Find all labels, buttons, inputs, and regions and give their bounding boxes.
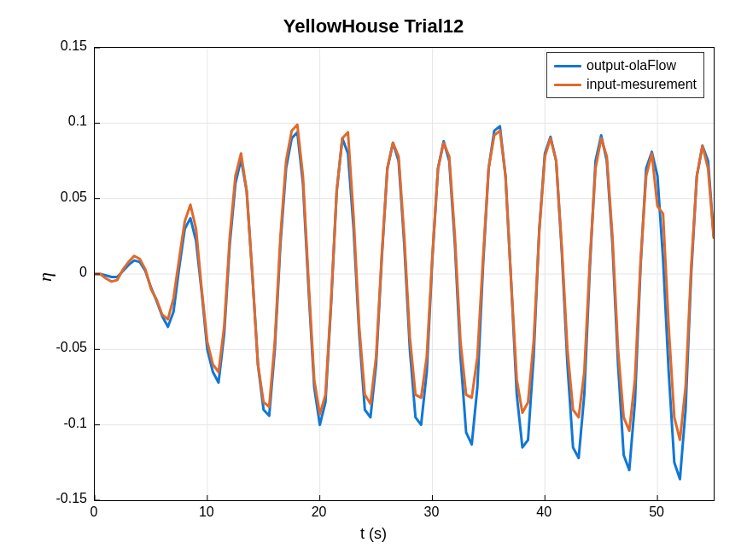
x-tick-label: 0 — [81, 505, 107, 520]
y-tick-label: 0 — [79, 265, 87, 280]
legend-label: output-olaFlow — [587, 58, 676, 73]
y-tick-label: 0.05 — [61, 190, 87, 205]
chart-figure: YellowHouse Trial12 η t (s) output-olaFl… — [0, 0, 747, 560]
series-line-1 — [95, 125, 714, 440]
x-tick-label: 20 — [306, 505, 332, 520]
y-tick-label: 0.1 — [68, 114, 87, 129]
plot-area — [94, 47, 715, 501]
y-axis-label: η — [34, 272, 56, 282]
x-tick-label: 10 — [194, 505, 219, 520]
chart-title: YellowHouse Trial12 — [0, 15, 747, 38]
y-tick-label: -0.1 — [63, 416, 87, 431]
legend-entry: input-mesurement — [554, 75, 697, 94]
series-line-0 — [95, 126, 714, 479]
legend-entry: output-olaFlow — [554, 56, 697, 75]
x-axis-label: t (s) — [0, 525, 747, 543]
x-tick-label: 50 — [644, 505, 669, 520]
chart-svg — [95, 48, 714, 500]
legend: output-olaFlowinput-mesurement — [546, 52, 704, 98]
y-tick-label: -0.15 — [56, 491, 87, 506]
legend-swatch — [554, 65, 581, 67]
legend-swatch — [554, 84, 581, 86]
x-tick-label: 40 — [531, 505, 557, 520]
legend-label: input-mesurement — [587, 77, 697, 92]
y-tick-label: -0.05 — [56, 340, 87, 355]
x-tick-label: 30 — [418, 505, 444, 520]
y-tick-label: 0.15 — [61, 38, 87, 54]
